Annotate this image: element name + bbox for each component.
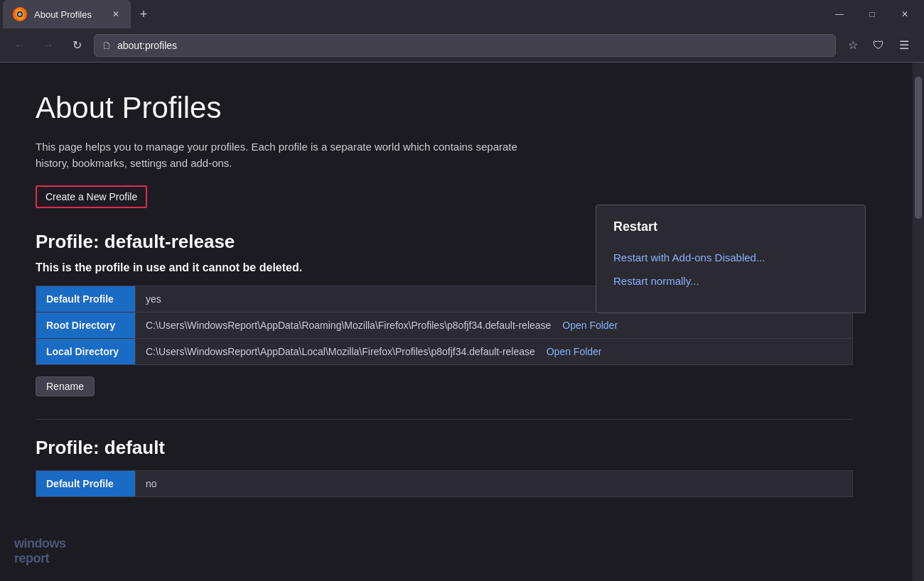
table-row: Root Directory C:\Users\WindowsReport\Ap…: [36, 313, 853, 339]
close-btn[interactable]: ✕: [888, 3, 921, 26]
scrollbar-thumb[interactable]: [915, 77, 922, 219]
profile2-table: Default Profile no: [36, 470, 853, 497]
address-text: about:profiles: [117, 40, 828, 51]
menu-btn[interactable]: ☰: [893, 34, 915, 57]
table-row: Default Profile no: [36, 471, 853, 497]
restart-title: Restart: [613, 219, 848, 234]
nav-bar: ← → ↻ 🗋 about:profiles ☆ 🛡 ☰: [0, 28, 924, 63]
maximize-btn[interactable]: □: [856, 3, 888, 26]
restart-normally-link[interactable]: Restart normally...: [613, 275, 848, 287]
content-wrapper: Restart Restart with Add-ons Disabled...…: [0, 63, 924, 581]
reload-button[interactable]: ↻: [65, 34, 88, 57]
scrollbar-track[interactable]: [913, 63, 924, 581]
tab-title: About Profiles: [34, 9, 104, 20]
restart-addons-disabled-link[interactable]: Restart with Add-ons Disabled...: [613, 251, 848, 264]
profile2-default-value: no: [136, 471, 853, 497]
forward-button[interactable]: →: [37, 34, 60, 57]
root-dir-path: C:\Users\WindowsReport\AppData\Roaming\M…: [146, 320, 551, 331]
svg-point-3: [18, 13, 22, 16]
create-new-profile-button[interactable]: Create a New Profile: [36, 185, 147, 208]
section-divider: [36, 419, 853, 420]
back-button[interactable]: ←: [9, 34, 31, 57]
table-row: Local Directory C:\Users\WindowsReport\A…: [36, 339, 853, 365]
root-dir-label: Root Directory: [36, 313, 136, 339]
nav-right-icons: ☆ 🛡 ☰: [842, 34, 915, 57]
firefox-icon: [11, 6, 28, 23]
address-bar[interactable]: 🗋 about:profiles: [94, 34, 836, 57]
content-area: Restart Restart with Add-ons Disabled...…: [0, 63, 913, 581]
bookmark-btn[interactable]: ☆: [842, 34, 864, 57]
local-dir-value: C:\Users\WindowsReport\AppData\Local\Moz…: [136, 339, 853, 365]
page-title: About Profiles: [36, 91, 877, 125]
profile2-heading: Profile: default: [36, 437, 877, 459]
local-dir-path: C:\Users\WindowsReport\AppData\Local\Moz…: [146, 346, 535, 357]
restart-box: Restart Restart with Add-ons Disabled...…: [596, 205, 866, 313]
profile2-default-label: Default Profile: [36, 471, 136, 497]
minimize-btn[interactable]: —: [823, 3, 856, 26]
title-bar: About Profiles ✕ + — □ ✕: [0, 0, 924, 28]
tab-close-btn[interactable]: ✕: [109, 8, 122, 21]
shield-btn[interactable]: 🛡: [867, 34, 890, 57]
rename-button[interactable]: Rename: [36, 376, 95, 396]
local-dir-label: Local Directory: [36, 339, 136, 365]
page-description: This page helps you to manage your profi…: [36, 139, 533, 171]
default-profile-label: Default Profile: [36, 286, 136, 313]
active-tab[interactable]: About Profiles ✕: [3, 0, 131, 28]
root-dir-value: C:\Users\WindowsReport\AppData\Roaming\M…: [136, 313, 853, 339]
watermark: windows report: [14, 536, 66, 567]
window-controls: — □ ✕: [823, 3, 921, 26]
tab-bar: About Profiles ✕ +: [0, 0, 154, 28]
local-dir-open-folder-link[interactable]: Open Folder: [547, 346, 602, 357]
page-icon: 🗋: [102, 40, 112, 51]
new-tab-button[interactable]: +: [134, 4, 154, 24]
root-dir-open-folder-link[interactable]: Open Folder: [562, 320, 618, 331]
